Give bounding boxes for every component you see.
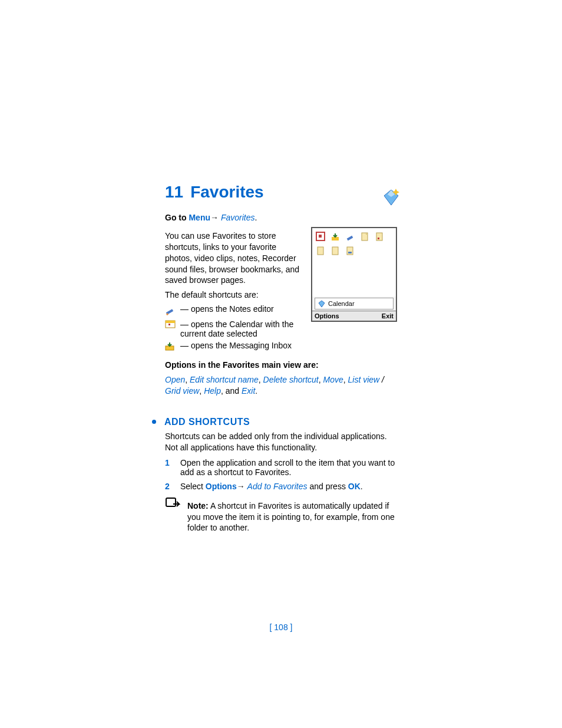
option-grid-view[interactable]: Grid view — [165, 386, 199, 396]
step-text: Open the application and scroll to the i… — [180, 458, 397, 477]
defaults-label: The default shortcuts are: — [165, 289, 300, 301]
softkey-options[interactable]: Options — [315, 312, 339, 319]
step-number: 2 — [165, 482, 173, 491]
grid-inbox-icon — [330, 232, 341, 242]
option-exit[interactable]: Exit — [242, 386, 255, 396]
step-text: Select Options→ Add to Favorites and pre… — [180, 482, 397, 491]
selected-item-label: Calendar — [315, 298, 394, 309]
option-edit-shortcut-name[interactable]: Edit shortcut name — [190, 375, 259, 384]
list-item: — opens the Messaging Inbox — [165, 341, 300, 353]
options-list: Open, Edit shortcut name, Delete shortcu… — [165, 374, 397, 397]
grid-doc-icon — [375, 232, 385, 242]
notes-pencil-icon — [165, 305, 176, 317]
svg-rect-13 — [376, 233, 382, 241]
option-move[interactable]: Move — [323, 375, 343, 384]
svg-rect-9 — [319, 235, 322, 238]
note-body: A shortcut in Favorites is automatically… — [187, 501, 395, 533]
svg-rect-16 — [332, 247, 338, 255]
svg-rect-5 — [166, 321, 175, 323]
option-list-view[interactable]: List view — [348, 375, 380, 384]
page-footer: [ 108 ] — [165, 622, 397, 632]
inbox-text: — opens the Messaging Inbox — [180, 341, 300, 350]
grid-notes-icon — [345, 232, 356, 242]
chapter-number: 11 — [165, 183, 183, 201]
section-heading: ADD SHORTCUTS — [152, 417, 397, 427]
goto-line: Go to Menu→ Favorites. — [165, 212, 397, 223]
svg-rect-11 — [347, 236, 353, 241]
notes-text: — opens the Notes editor — [180, 304, 300, 314]
svg-rect-15 — [318, 247, 323, 255]
phone-screenshot: Calendar Options Exit — [311, 227, 397, 322]
note-icon — [165, 497, 180, 538]
add-shortcuts-title: ADD SHORTCUTS — [164, 417, 250, 427]
grid-doc-icon — [330, 246, 341, 256]
document-page: 11Favorites Go to Menu→ Favorites. You c… — [0, 0, 562, 632]
grid-doc-icon — [345, 246, 356, 256]
favorites-diamond-icon — [381, 186, 402, 209]
note-label: Note: — [187, 501, 209, 510]
svg-rect-18 — [348, 252, 352, 253]
shortcuts-intro: Shortcuts can be added only from the ind… — [165, 431, 397, 453]
grid-calendar-icon — [316, 232, 326, 242]
option-delete-shortcut[interactable]: Delete shortcut — [263, 375, 319, 384]
ok-link[interactable]: OK — [348, 482, 361, 491]
calendar-icon — [165, 320, 176, 330]
options-link[interactable]: Options — [206, 482, 237, 491]
step-item: 1 Open the application and scroll to the… — [165, 458, 397, 477]
grid-doc-icon — [360, 232, 371, 242]
bullet-icon — [152, 420, 156, 424]
favorites-link[interactable]: Favorites — [221, 213, 255, 222]
option-help[interactable]: Help — [204, 386, 221, 396]
options-heading: Options in the Favorites main view are: — [165, 360, 397, 371]
step-number: 1 — [165, 458, 173, 477]
small-diamond-icon — [318, 299, 326, 308]
note-block: Note: A shortcut in Favorites is automat… — [165, 497, 397, 538]
list-item: — opens the Calendar with the current da… — [165, 319, 300, 338]
steps-list: 1 Open the application and scroll to the… — [165, 458, 397, 491]
chapter-title-text: Favorites — [190, 183, 264, 201]
menu-link[interactable]: Menu — [189, 213, 210, 222]
svg-rect-17 — [347, 247, 353, 255]
add-to-favorites-link[interactable]: Add to Favorites — [247, 482, 308, 491]
svg-rect-20 — [166, 498, 176, 506]
chapter-heading: 11Favorites — [165, 183, 397, 202]
inbox-icon — [165, 341, 176, 353]
default-shortcuts-list: — opens the Notes editor — opens the Cal… — [165, 304, 300, 353]
svg-rect-6 — [168, 324, 170, 325]
softkey-exit[interactable]: Exit — [382, 312, 394, 319]
list-item: — opens the Notes editor — [165, 304, 300, 317]
svg-rect-14 — [378, 238, 379, 239]
intro-paragraph: You can use Favorites to store shortcuts… — [165, 230, 300, 286]
grid-doc-icon — [316, 246, 326, 256]
option-open[interactable]: Open — [165, 375, 185, 384]
step-item: 2 Select Options→ Add to Favorites and p… — [165, 482, 397, 491]
favorites-grid — [312, 228, 396, 297]
calendar-text: — opens the Calendar with the current da… — [180, 319, 300, 338]
svg-marker-19 — [319, 301, 325, 307]
